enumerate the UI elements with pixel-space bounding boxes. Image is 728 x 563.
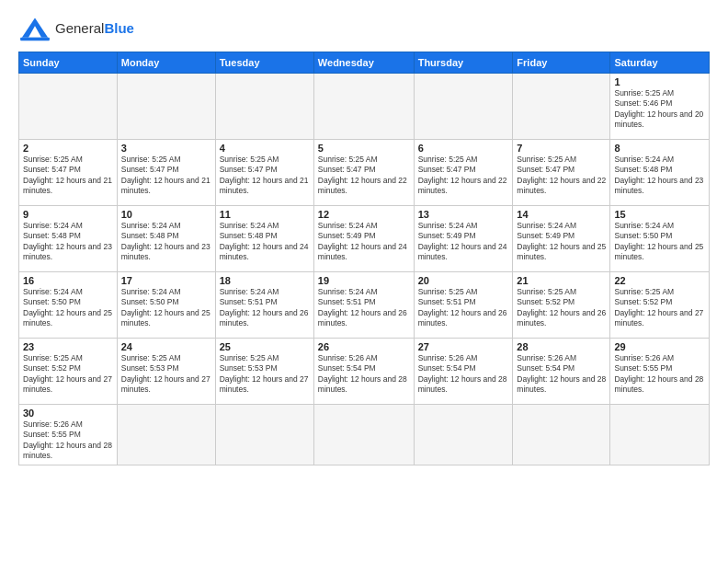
day-number: 27 xyxy=(418,341,509,352)
calendar-day-cell: 19Sunrise: 5:24 AMSunset: 5:51 PMDayligh… xyxy=(313,272,414,339)
day-number: 23 xyxy=(23,341,113,352)
day-number: 6 xyxy=(418,143,509,154)
day-number: 12 xyxy=(318,209,410,220)
day-info: Sunrise: 5:24 AMSunset: 5:51 PMDaylight:… xyxy=(318,287,410,329)
day-number: 13 xyxy=(418,209,509,220)
weekday-header-row: SundayMondayTuesdayWednesdayThursdayFrid… xyxy=(19,52,710,74)
calendar-day-cell: 17Sunrise: 5:24 AMSunset: 5:50 PMDayligh… xyxy=(117,272,215,339)
calendar-week-row: 16Sunrise: 5:24 AMSunset: 5:50 PMDayligh… xyxy=(19,272,710,339)
calendar-day-cell xyxy=(19,74,118,140)
calendar-week-row: 2Sunrise: 5:25 AMSunset: 5:47 PMDaylight… xyxy=(19,140,710,206)
day-info: Sunrise: 5:25 AMSunset: 5:47 PMDaylight:… xyxy=(121,155,211,197)
calendar-day-cell: 23Sunrise: 5:25 AMSunset: 5:52 PMDayligh… xyxy=(19,339,118,405)
calendar-day-cell: 6Sunrise: 5:25 AMSunset: 5:47 PMDaylight… xyxy=(414,140,513,206)
calendar-day-cell: 25Sunrise: 5:25 AMSunset: 5:53 PMDayligh… xyxy=(215,339,313,405)
day-info: Sunrise: 5:25 AMSunset: 5:47 PMDaylight:… xyxy=(517,155,606,197)
day-number: 21 xyxy=(517,275,606,286)
calendar-day-cell xyxy=(513,405,610,465)
calendar-day-cell xyxy=(313,405,414,465)
calendar-day-cell: 4Sunrise: 5:25 AMSunset: 5:47 PMDaylight… xyxy=(215,140,313,206)
day-number: 11 xyxy=(220,209,310,220)
day-info: Sunrise: 5:25 AMSunset: 5:47 PMDaylight:… xyxy=(418,155,509,197)
generalblue-logo-icon xyxy=(18,15,51,42)
weekday-header-wednesday: Wednesday xyxy=(313,52,414,74)
day-info: Sunrise: 5:24 AMSunset: 5:50 PMDaylight:… xyxy=(121,287,211,329)
day-number: 22 xyxy=(614,275,705,286)
calendar-week-row: 1Sunrise: 5:25 AMSunset: 5:46 PMDaylight… xyxy=(19,74,710,140)
weekday-header-tuesday: Tuesday xyxy=(215,52,313,74)
calendar-day-cell xyxy=(215,74,313,140)
day-info: Sunrise: 5:25 AMSunset: 5:53 PMDaylight:… xyxy=(121,353,211,396)
day-info: Sunrise: 5:24 AMSunset: 5:50 PMDaylight:… xyxy=(23,287,113,329)
calendar-day-cell: 10Sunrise: 5:24 AMSunset: 5:48 PMDayligh… xyxy=(117,206,215,272)
calendar-week-row: 30Sunrise: 5:26 AMSunset: 5:55 PMDayligh… xyxy=(19,405,710,465)
calendar-day-cell: 27Sunrise: 5:26 AMSunset: 5:54 PMDayligh… xyxy=(414,339,513,405)
calendar-day-cell: 1Sunrise: 5:25 AMSunset: 5:46 PMDaylight… xyxy=(610,74,710,140)
calendar-table: SundayMondayTuesdayWednesdayThursdayFrid… xyxy=(18,52,710,465)
day-info: Sunrise: 5:24 AMSunset: 5:48 PMDaylight:… xyxy=(121,221,211,263)
day-info: Sunrise: 5:24 AMSunset: 5:48 PMDaylight:… xyxy=(23,221,113,263)
day-number: 1 xyxy=(614,76,705,87)
calendar-day-cell: 9Sunrise: 5:24 AMSunset: 5:48 PMDaylight… xyxy=(19,206,118,272)
svg-rect-2 xyxy=(20,38,50,41)
day-info: Sunrise: 5:25 AMSunset: 5:47 PMDaylight:… xyxy=(23,155,113,197)
day-info: Sunrise: 5:26 AMSunset: 5:54 PMDaylight:… xyxy=(517,353,606,396)
calendar-day-cell: 15Sunrise: 5:24 AMSunset: 5:50 PMDayligh… xyxy=(610,206,710,272)
day-info: Sunrise: 5:25 AMSunset: 5:53 PMDaylight:… xyxy=(220,353,310,396)
calendar-day-cell: 22Sunrise: 5:25 AMSunset: 5:52 PMDayligh… xyxy=(610,272,710,339)
calendar-day-cell: 26Sunrise: 5:26 AMSunset: 5:54 PMDayligh… xyxy=(313,339,414,405)
day-number: 5 xyxy=(318,143,410,154)
day-number: 17 xyxy=(121,275,211,286)
day-info: Sunrise: 5:24 AMSunset: 5:51 PMDaylight:… xyxy=(220,287,310,329)
calendar-day-cell: 30Sunrise: 5:26 AMSunset: 5:55 PMDayligh… xyxy=(19,405,118,465)
calendar-day-cell: 8Sunrise: 5:24 AMSunset: 5:48 PMDaylight… xyxy=(610,140,710,206)
calendar-day-cell: 7Sunrise: 5:25 AMSunset: 5:47 PMDaylight… xyxy=(513,140,610,206)
calendar-day-cell: 18Sunrise: 5:24 AMSunset: 5:51 PMDayligh… xyxy=(215,272,313,339)
calendar-week-row: 23Sunrise: 5:25 AMSunset: 5:52 PMDayligh… xyxy=(19,339,710,405)
day-number: 19 xyxy=(318,275,410,286)
calendar-day-cell: 13Sunrise: 5:24 AMSunset: 5:49 PMDayligh… xyxy=(414,206,513,272)
calendar-day-cell xyxy=(610,405,710,465)
day-number: 4 xyxy=(220,143,310,154)
day-info: Sunrise: 5:26 AMSunset: 5:54 PMDaylight:… xyxy=(418,353,509,396)
day-number: 8 xyxy=(614,143,705,154)
day-info: Sunrise: 5:24 AMSunset: 5:49 PMDaylight:… xyxy=(517,221,606,263)
calendar-day-cell: 16Sunrise: 5:24 AMSunset: 5:50 PMDayligh… xyxy=(19,272,118,339)
day-number: 24 xyxy=(121,341,211,352)
day-number: 9 xyxy=(23,209,113,220)
weekday-header-monday: Monday xyxy=(117,52,215,74)
weekday-header-thursday: Thursday xyxy=(414,52,513,74)
calendar-day-cell: 12Sunrise: 5:24 AMSunset: 5:49 PMDayligh… xyxy=(313,206,414,272)
header: GeneralBlue xyxy=(18,15,710,42)
day-info: Sunrise: 5:24 AMSunset: 5:49 PMDaylight:… xyxy=(318,221,410,263)
day-number: 2 xyxy=(23,143,113,154)
weekday-header-saturday: Saturday xyxy=(610,52,710,74)
calendar-day-cell xyxy=(313,74,414,140)
calendar-day-cell: 11Sunrise: 5:24 AMSunset: 5:48 PMDayligh… xyxy=(215,206,313,272)
day-number: 7 xyxy=(517,143,606,154)
weekday-header-friday: Friday xyxy=(513,52,610,74)
calendar-day-cell xyxy=(215,405,313,465)
day-number: 30 xyxy=(23,408,113,419)
calendar-day-cell xyxy=(117,405,215,465)
day-number: 15 xyxy=(614,209,705,220)
day-info: Sunrise: 5:25 AMSunset: 5:46 PMDaylight:… xyxy=(614,88,705,131)
day-number: 20 xyxy=(418,275,509,286)
calendar-day-cell: 20Sunrise: 5:25 AMSunset: 5:51 PMDayligh… xyxy=(414,272,513,339)
calendar-day-cell: 29Sunrise: 5:26 AMSunset: 5:55 PMDayligh… xyxy=(610,339,710,405)
calendar-day-cell: 5Sunrise: 5:25 AMSunset: 5:47 PMDaylight… xyxy=(313,140,414,206)
calendar-day-cell: 2Sunrise: 5:25 AMSunset: 5:47 PMDaylight… xyxy=(19,140,118,206)
day-info: Sunrise: 5:26 AMSunset: 5:54 PMDaylight:… xyxy=(318,353,410,396)
calendar-day-cell: 24Sunrise: 5:25 AMSunset: 5:53 PMDayligh… xyxy=(117,339,215,405)
day-number: 28 xyxy=(517,341,606,352)
calendar-day-cell xyxy=(117,74,215,140)
weekday-header-sunday: Sunday xyxy=(19,52,118,74)
day-info: Sunrise: 5:25 AMSunset: 5:52 PMDaylight:… xyxy=(517,287,606,329)
day-info: Sunrise: 5:25 AMSunset: 5:47 PMDaylight:… xyxy=(318,155,410,197)
calendar-day-cell xyxy=(414,405,513,465)
day-number: 26 xyxy=(318,341,410,352)
calendar-day-cell xyxy=(513,74,610,140)
day-number: 3 xyxy=(121,143,211,154)
day-number: 29 xyxy=(614,341,705,352)
day-info: Sunrise: 5:24 AMSunset: 5:48 PMDaylight:… xyxy=(220,221,310,263)
